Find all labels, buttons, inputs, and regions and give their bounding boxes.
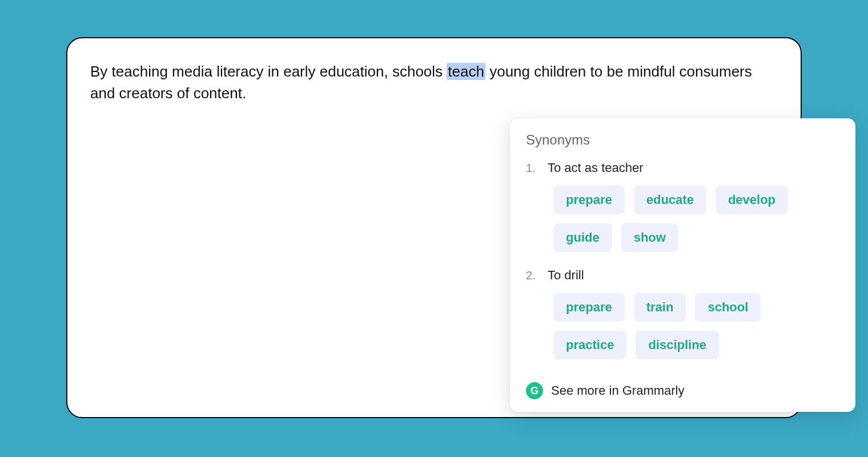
synonym-chip[interactable]: prepare — [553, 293, 625, 322]
sense-number: 2. — [526, 269, 537, 282]
synonym-chip[interactable]: practice — [553, 331, 626, 359]
synonym-chips-1: prepare educate develop guide show — [526, 186, 839, 252]
sense-meaning: To act as teacher — [548, 161, 644, 175]
synonym-chips-2: prepare train school practice discipline — [526, 293, 839, 359]
highlighted-word[interactable]: teach — [447, 63, 485, 80]
synonym-chip[interactable]: educate — [634, 186, 706, 214]
synonyms-popup: Synonyms 1. To act as teacher prepare ed… — [510, 118, 855, 412]
synonym-chip[interactable]: prepare — [553, 186, 625, 214]
grammarly-icon: G — [526, 382, 543, 399]
see-more-link[interactable]: G See more in Grammarly — [526, 375, 839, 399]
sentence-before: By teaching media literacy in early educ… — [90, 63, 447, 80]
synonym-chip[interactable]: school — [695, 293, 761, 322]
sense-head-2: 2. To drill — [526, 268, 839, 283]
sense-number: 1. — [526, 162, 537, 175]
sense-group-1: 1. To act as teacher prepare educate dev… — [526, 161, 839, 252]
synonym-chip[interactable]: guide — [553, 223, 612, 252]
sense-group-2: 2. To drill prepare train school practic… — [526, 268, 839, 359]
editor-sentence[interactable]: By teaching media literacy in early educ… — [90, 61, 775, 104]
see-more-text: See more in Grammarly — [551, 383, 685, 398]
synonym-chip[interactable]: show — [621, 223, 678, 252]
synonym-chip[interactable]: train — [634, 293, 686, 322]
synonym-chip[interactable]: develop — [716, 186, 788, 214]
popup-title: Synonyms — [526, 132, 839, 148]
editor-card: By teaching media literacy in early educ… — [66, 37, 802, 418]
sense-meaning: To drill — [548, 268, 584, 283]
sense-head-1: 1. To act as teacher — [526, 161, 839, 175]
synonym-chip[interactable]: discipline — [636, 331, 718, 359]
